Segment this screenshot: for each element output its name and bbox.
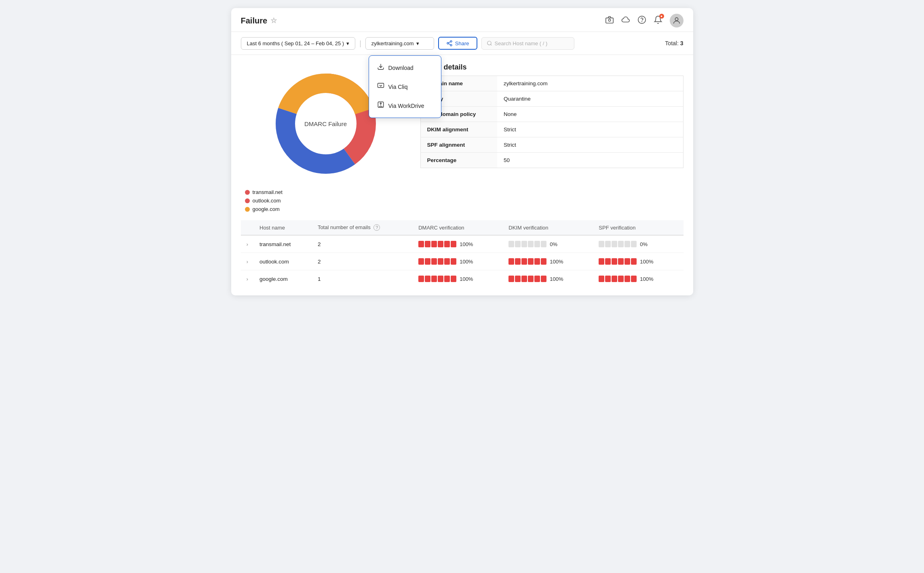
prog-seg (624, 241, 630, 247)
prog-seg (599, 258, 604, 265)
download-icon (377, 63, 384, 72)
policy-value: Strict (497, 137, 683, 153)
prog-seg (612, 276, 617, 282)
prog-seg (541, 276, 546, 282)
cell-dmarc-1: 100% (413, 253, 503, 270)
prog-seg (431, 241, 437, 247)
policy-row: Domain namezylkertraining.com (420, 76, 683, 91)
cell-emails-1: 2 (312, 253, 413, 270)
cell-dmarc-2: 100% (413, 270, 503, 288)
cell-emails-0: 2 (312, 235, 413, 253)
progress-bar-wrap: 100% (418, 241, 497, 247)
top-bar-icons: ● (605, 14, 684, 27)
cell-emails-2: 1 (312, 270, 413, 288)
prog-pct: 100% (550, 276, 563, 282)
prog-seg (528, 241, 534, 247)
row-expand-2[interactable]: › (241, 270, 254, 288)
progress-bar-wrap: 100% (599, 276, 677, 282)
prog-pct: 100% (460, 259, 473, 265)
legend-item-transmail: transmail.net (245, 189, 283, 195)
cell-dmarc-0: 100% (413, 235, 503, 253)
prog-seg (425, 241, 430, 247)
prog-seg (612, 258, 617, 265)
date-arrow-icon: ▾ (346, 40, 349, 46)
th-dkim: DKIM verification (503, 220, 593, 235)
total-count: 3 (680, 40, 684, 46)
th-spf: SPF verification (593, 220, 683, 235)
svg-point-5 (450, 40, 452, 42)
via-workdrive-label: Via WorkDrive (388, 103, 424, 109)
policy-row: PolicyQuarantine (420, 91, 683, 107)
share-button[interactable]: Share (438, 37, 477, 50)
prog-seg (418, 258, 424, 265)
search-host-input[interactable]: Search Host name ( / ) (481, 37, 574, 50)
prog-bar (508, 276, 546, 282)
policy-row: Sub-domain policyNone (420, 107, 683, 122)
dropdown-item-via-cliq[interactable]: Via Cliq (369, 77, 441, 96)
policy-value: Strict (497, 122, 683, 137)
prog-seg (515, 241, 521, 247)
camera-icon[interactable] (605, 15, 614, 26)
prog-seg (605, 276, 611, 282)
progress-bar-wrap: 0% (599, 241, 677, 247)
policy-value: None (497, 107, 683, 122)
bell-icon[interactable]: ● (654, 15, 662, 26)
prog-seg (631, 276, 637, 282)
progress-bar-wrap: 100% (418, 258, 497, 265)
legend-label-google: google.com (253, 206, 280, 212)
row-expand-1[interactable]: › (241, 253, 254, 270)
legend-label-transmail: transmail.net (253, 189, 283, 195)
prog-seg (618, 258, 624, 265)
progress-bar-wrap: 100% (508, 276, 587, 282)
star-icon[interactable]: ☆ (270, 16, 277, 25)
prog-seg (534, 276, 540, 282)
prog-seg (438, 276, 443, 282)
th-hostname: Host name (254, 220, 312, 235)
dropdown-item-via-workdrive[interactable]: Via WorkDrive (369, 96, 441, 115)
dropdown-item-download[interactable]: Download (369, 58, 441, 77)
table-section: Host name Total number of emails ? DMARC… (231, 220, 693, 295)
table-row: › google.com 1 100% 100% 100% (241, 270, 684, 288)
legend-item-google: google.com (245, 206, 283, 212)
prog-bar (508, 258, 546, 265)
svg-rect-13 (378, 83, 384, 88)
policy-key: SPF alignment (420, 137, 497, 153)
prog-pct: 0% (640, 241, 648, 247)
svg-line-9 (449, 42, 451, 43)
download-label: Download (388, 65, 413, 71)
policy-table: Domain namezylkertraining.comPolicyQuara… (420, 76, 684, 168)
prog-seg (618, 276, 624, 282)
prog-bar (418, 276, 456, 282)
total-count-label: Total: 3 (665, 40, 683, 46)
progress-bar-wrap: 100% (599, 258, 677, 265)
question-icon[interactable] (637, 15, 646, 26)
prog-seg (438, 241, 443, 247)
main-container: Failure ☆ ● Last 6 months ( Sep 01, (231, 8, 693, 295)
prog-seg (534, 258, 540, 265)
prog-seg (508, 276, 514, 282)
cloud-icon[interactable] (621, 15, 630, 26)
row-expand-0[interactable]: › (241, 235, 254, 253)
page-title-area: Failure ☆ (241, 16, 277, 25)
prog-seg (521, 241, 527, 247)
prog-seg (599, 276, 604, 282)
prog-bar (599, 241, 637, 247)
cell-dkim-2: 100% (503, 270, 593, 288)
prog-seg (444, 241, 450, 247)
svg-line-11 (490, 44, 492, 46)
prog-seg (631, 241, 637, 247)
domain-selector[interactable]: zylkertraining.com ▾ (365, 37, 434, 50)
prog-seg (624, 258, 630, 265)
avatar[interactable] (670, 14, 684, 27)
legend-dot-transmail (245, 190, 250, 195)
legend-item-outlook: outlook.com (245, 198, 283, 204)
prog-seg (515, 276, 521, 282)
prog-pct: 100% (640, 276, 653, 282)
table-header: Host name Total number of emails ? DMARC… (241, 220, 684, 235)
date-range-selector[interactable]: Last 6 months ( Sep 01, 24 – Feb 04, 25 … (241, 37, 356, 50)
prog-seg (438, 258, 443, 265)
prog-pct: 100% (640, 259, 653, 265)
prog-seg (605, 241, 611, 247)
policy-row: Percentage50 (420, 153, 683, 168)
help-icon[interactable]: ? (373, 224, 380, 231)
